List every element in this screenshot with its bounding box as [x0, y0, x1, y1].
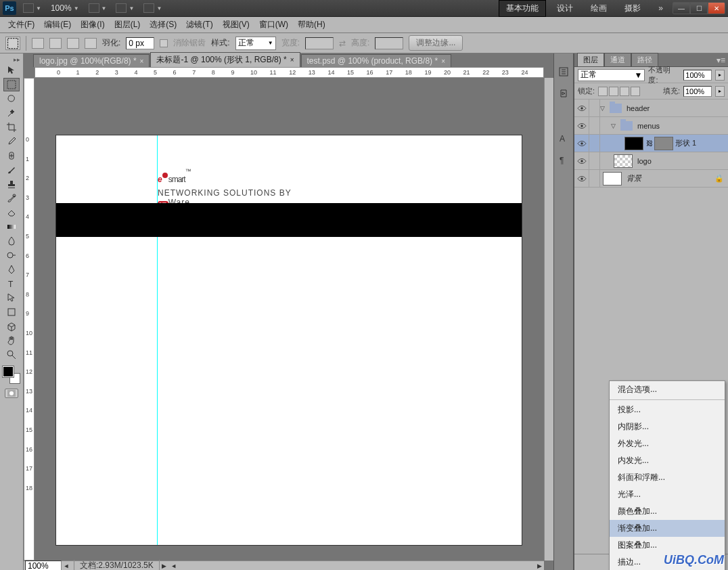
menu-layer[interactable]: 图层(L)	[110, 18, 145, 32]
scroll-right-btn[interactable]: ▶	[534, 562, 544, 570]
context-menu-item[interactable]: 外发光...	[610, 435, 725, 452]
visibility-eye-icon[interactable]	[574, 152, 589, 169]
fill-slider-icon[interactable]: ▸	[715, 86, 725, 97]
zoom-tool[interactable]	[3, 348, 20, 361]
selection-intersect-icon[interactable]	[85, 38, 97, 49]
toolbox-expand-icon[interactable]: ▸▸	[14, 56, 23, 63]
context-menu-item[interactable]: 斜面和浮雕...	[610, 469, 725, 486]
folder-toggle-icon[interactable]: ▽	[600, 105, 607, 112]
pen-tool[interactable]	[3, 263, 20, 276]
history-panel-icon[interactable]	[557, 66, 570, 78]
layer-row[interactable]: ▽menus	[574, 117, 728, 135]
scroll-left-btn[interactable]: ◄	[169, 562, 179, 570]
workspace-design[interactable]: 设计	[550, 1, 580, 16]
status-info[interactable]: 文档:2.93M/1023.5K	[74, 560, 160, 570]
crop-tool[interactable]	[3, 120, 20, 134]
context-menu-item[interactable]: 渐变叠加...	[610, 520, 725, 537]
visibility-eye-icon[interactable]	[574, 117, 589, 134]
workspace-paint[interactable]: 绘画	[584, 1, 614, 16]
paragraph-panel-icon[interactable]: ¶	[557, 154, 570, 166]
context-menu-item[interactable]: 投影...	[610, 401, 725, 418]
menu-image[interactable]: 图像(I)	[76, 18, 108, 32]
fill-input[interactable]: 100%	[683, 86, 712, 97]
visibility-eye-icon[interactable]	[574, 100, 589, 116]
scrollbar-vertical[interactable]	[544, 78, 553, 561]
document-tab-1[interactable]: 未标题-1 @ 100% (形状 1, RGB/8) *×	[150, 52, 300, 67]
layer-name[interactable]: header	[627, 104, 650, 112]
layer-name[interactable]: 背景	[627, 173, 641, 183]
screen-mode-menu[interactable]: ▼	[141, 2, 164, 14]
layer-thumbnail[interactable]	[614, 154, 633, 168]
foreground-color-swatch[interactable]	[3, 366, 14, 377]
vector-mask-thumbnail[interactable]	[654, 137, 673, 150]
ruler-vertical[interactable]: 0123456789101112131415161718	[24, 78, 35, 561]
history-brush-tool[interactable]	[3, 192, 20, 205]
layer-row[interactable]: logo	[574, 152, 728, 170]
context-menu-item[interactable]: 内阴影...	[610, 418, 725, 435]
layer-row[interactable]: ▽header	[574, 100, 728, 117]
layer-name[interactable]: logo	[637, 157, 652, 165]
layer-row[interactable]: 背景🔒	[574, 170, 728, 188]
dodge-tool[interactable]	[3, 248, 20, 262]
gradient-tool[interactable]	[3, 220, 20, 234]
arrange-menu[interactable]: ▼	[113, 2, 137, 14]
context-menu-item[interactable]: 光泽...	[610, 486, 725, 503]
canvas-viewport[interactable]: esmart™ NETWORKING SOLUTIONS BY emWare	[35, 78, 544, 561]
eraser-tool[interactable]	[3, 206, 20, 219]
layer-row[interactable]: ⛓形状 1	[574, 135, 728, 152]
close-tab-icon[interactable]: ×	[140, 58, 144, 65]
layer-thumbnail[interactable]	[624, 137, 643, 150]
shape-tool[interactable]	[3, 305, 20, 319]
context-menu-item[interactable]: 颜色叠加...	[610, 503, 725, 520]
document-tab-0[interactable]: logo.jpg @ 100%(RGB/8) *×	[33, 54, 150, 67]
menu-filter[interactable]: 滤镜(T)	[182, 18, 217, 32]
close-tab-icon[interactable]: ×	[441, 58, 445, 65]
maximize-button[interactable]: ☐	[690, 2, 708, 14]
folder-toggle-icon[interactable]: ▽	[611, 123, 618, 129]
scroll-left-icon[interactable]: ◄	[62, 562, 71, 570]
menu-edit[interactable]: 编辑(E)	[40, 18, 75, 32]
blur-tool[interactable]	[3, 234, 20, 248]
path-select-tool[interactable]	[3, 291, 20, 305]
canvas[interactable]: esmart™ NETWORKING SOLUTIONS BY emWare	[56, 135, 522, 545]
blend-mode-dropdown[interactable]: 正常▼	[578, 69, 645, 81]
document-tab-2[interactable]: test.psd @ 100% (product, RGB/8) *×	[301, 54, 451, 67]
lock-position-icon[interactable]	[620, 87, 629, 96]
menu-help[interactable]: 帮助(H)	[294, 18, 329, 32]
context-menu-item[interactable]: 图案叠加...	[610, 537, 725, 554]
workspace-more-icon[interactable]: »	[658, 3, 663, 13]
ruler-horizontal[interactable]: 0123456789101112131415161718192021222324	[35, 67, 544, 78]
color-swatches[interactable]	[3, 366, 20, 384]
panel-menu-icon[interactable]: ▾≡	[714, 54, 728, 66]
mask-link-icon[interactable]: ⛓	[646, 139, 653, 147]
close-button[interactable]: ✕	[708, 2, 725, 14]
selection-add-icon[interactable]	[49, 38, 62, 49]
brush-tool[interactable]	[3, 163, 20, 177]
bridge-menu[interactable]: ▼	[20, 2, 44, 14]
visibility-eye-icon[interactable]	[574, 135, 589, 152]
minimize-button[interactable]: —	[673, 2, 690, 14]
menu-select[interactable]: 选择(S)	[145, 18, 181, 32]
style-dropdown[interactable]: 正常▼	[235, 37, 276, 50]
feather-input[interactable]: 0 px	[126, 37, 154, 49]
context-menu-item[interactable]: 混合选项...	[610, 381, 725, 398]
close-tab-icon[interactable]: ×	[290, 56, 294, 64]
tab-channels[interactable]: 通道	[604, 53, 631, 66]
selection-subtract-icon[interactable]	[67, 38, 79, 49]
character-panel-icon[interactable]: A	[557, 132, 570, 144]
magic-wand-tool[interactable]	[3, 106, 20, 120]
opacity-slider-icon[interactable]: ▸	[715, 70, 725, 81]
workspace-photo[interactable]: 摄影	[618, 1, 647, 16]
workspace-basic[interactable]: 基本功能	[499, 0, 546, 17]
type-tool[interactable]: T	[3, 277, 20, 290]
move-tool[interactable]	[3, 64, 20, 77]
context-menu-item[interactable]: 内发光...	[610, 452, 725, 469]
zoom-menu[interactable]: 100%▼	[48, 2, 82, 14]
layer-thumbnail[interactable]	[603, 172, 622, 185]
stamp-tool[interactable]	[3, 177, 20, 191]
view-extras-menu[interactable]: ▼	[86, 2, 110, 14]
3d-tool[interactable]	[3, 320, 20, 333]
current-tool-icon[interactable]	[5, 37, 20, 50]
eyedropper-tool[interactable]	[3, 135, 20, 148]
status-info-more-icon[interactable]: ▶	[160, 562, 169, 570]
